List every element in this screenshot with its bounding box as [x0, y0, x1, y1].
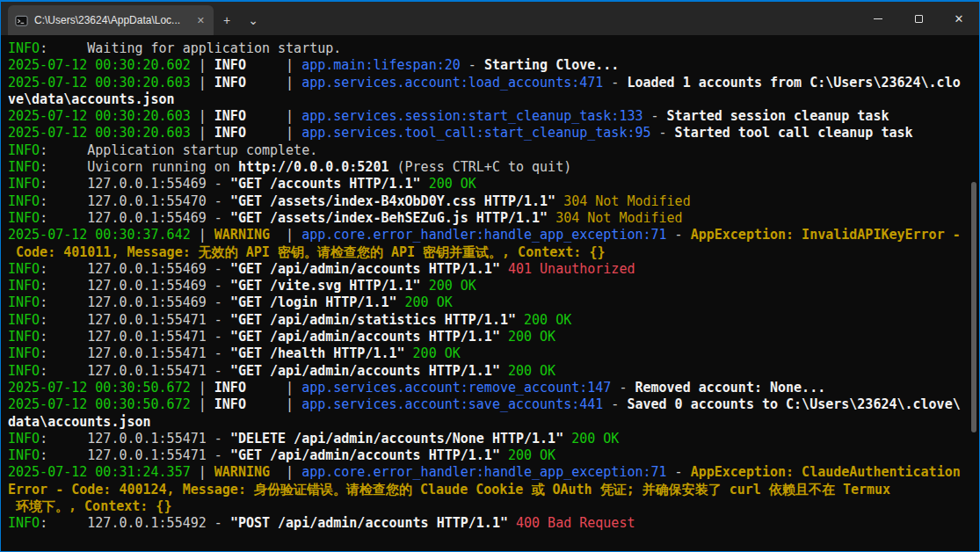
- maximize-icon: [915, 15, 923, 23]
- log-line: 2025-07-12 00:30:50.672 | INFO | app.ser…: [8, 380, 967, 396]
- tab-title: C:\Users\23624\AppData\Loc...: [34, 14, 189, 26]
- log-line: Code: 401011, Message: 无效的 API 密钥。请检查您的 …: [8, 244, 967, 261]
- minimize-button[interactable]: [858, 2, 898, 35]
- log-line: 环境下。, Context: {}: [8, 498, 967, 515]
- tab-close-icon[interactable]: ✕: [195, 15, 207, 26]
- log-line: INFO: 127.0.0.1:55471 - "GET /api/admin/…: [8, 447, 967, 464]
- log-line: INFO: 127.0.0.1:55471 - "GET /api/admin/…: [8, 312, 967, 329]
- command-prompt-icon: [15, 14, 28, 27]
- terminal-tab[interactable]: C:\Users\23624\AppData\Loc... ✕: [8, 5, 214, 35]
- log-line: INFO: 127.0.0.1:55469 - "GET /assets/ind…: [8, 210, 967, 227]
- log-line: INFO: 127.0.0.1:55470 - "GET /assets/ind…: [8, 193, 967, 210]
- log-line: 2025-07-12 00:30:37.642 | WARNING | app.…: [8, 227, 967, 243]
- log-line: INFO: 127.0.0.1:55492 - "POST /api/admin…: [8, 515, 967, 532]
- maximize-button[interactable]: [898, 2, 939, 35]
- log-line: INFO: Uvicorn running on http://0.0.0.0:…: [8, 159, 967, 176]
- log-line: INFO: 127.0.0.1:55471 - "GET /api/admin/…: [8, 329, 967, 345]
- log-line: 2025-07-12 00:31:24.357 | WARNING | app.…: [8, 464, 967, 481]
- log-lines: INFO: Waiting for application startup.20…: [8, 40, 967, 533]
- log-line: 2025-07-12 00:30:20.602 | INFO | app.mai…: [8, 57, 967, 74]
- log-line: INFO: Application startup complete.: [8, 142, 967, 159]
- titlebar-drag-area[interactable]: [266, 2, 858, 35]
- log-line: 2025-07-12 00:30:20.603 | INFO | app.ser…: [8, 108, 967, 125]
- log-line: INFO: 127.0.0.1:55469 - "GET /api/admin/…: [8, 261, 967, 278]
- scrollbar[interactable]: [969, 35, 979, 551]
- log-line: 2025-07-12 00:30:20.603 | INFO | app.ser…: [8, 125, 967, 142]
- log-line: 2025-07-12 00:30:50.672 | INFO | app.ser…: [8, 396, 967, 413]
- new-tab-button[interactable]: +: [214, 5, 240, 35]
- tab-dropdown-button[interactable]: ⌄: [240, 5, 266, 35]
- log-line: INFO: 127.0.0.1:55469 - "GET /vite.svg H…: [8, 278, 967, 294]
- log-line: 2025-07-12 00:30:20.603 | INFO | app.ser…: [8, 75, 967, 91]
- log-line: data\accounts.json: [8, 414, 967, 431]
- log-line: Error - Code: 400124, Message: 身份验证错误。请检…: [8, 482, 967, 498]
- log-line: INFO: 127.0.0.1:55471 - "GET /health HTT…: [8, 345, 967, 362]
- close-button[interactable]: ✕: [939, 2, 979, 35]
- minimize-icon: [874, 18, 882, 19]
- terminal-output[interactable]: INFO: Waiting for application startup.20…: [1, 35, 979, 551]
- log-line: INFO: Waiting for application startup.: [8, 40, 967, 57]
- log-line: ve\data\accounts.json: [8, 91, 967, 108]
- terminal-window: C:\Users\23624\AppData\Loc... ✕ + ⌄ ✕ IN…: [0, 0, 980, 552]
- scrollbar-thumb[interactable]: [971, 182, 976, 432]
- log-line: INFO: 127.0.0.1:55471 - "GET /api/admin/…: [8, 363, 967, 380]
- log-line: INFO: 127.0.0.1:55469 - "GET /login HTTP…: [8, 294, 967, 311]
- log-line: INFO: 127.0.0.1:55471 - "DELETE /api/adm…: [8, 431, 967, 447]
- log-line: INFO: 127.0.0.1:55469 - "GET /accounts H…: [8, 176, 967, 192]
- titlebar[interactable]: C:\Users\23624\AppData\Loc... ✕ + ⌄ ✕: [1, 2, 979, 35]
